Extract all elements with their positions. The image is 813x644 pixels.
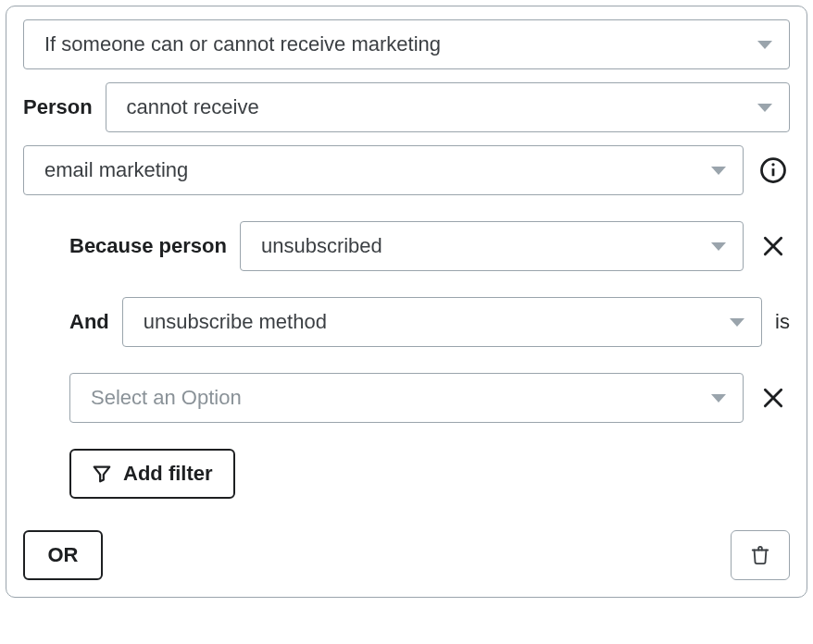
delete-condition-button[interactable] — [731, 530, 790, 580]
trash-icon — [750, 544, 770, 566]
channel-row: email marketing — [23, 145, 790, 195]
svg-point-2 — [771, 163, 774, 166]
reason-row: Because person unsubscribed — [69, 221, 790, 271]
because-person-label: Because person — [69, 234, 227, 258]
reason-value: unsubscribed — [261, 234, 382, 258]
or-button[interactable]: OR — [23, 530, 103, 580]
remove-option-button[interactable] — [757, 381, 790, 415]
receive-ability-value: cannot receive — [127, 95, 259, 119]
and-label: And — [69, 310, 109, 334]
segment-condition-panel: If someone can or cannot receive marketi… — [6, 6, 807, 598]
chevron-down-icon — [711, 242, 726, 251]
add-filter-button[interactable]: Add filter — [69, 449, 235, 499]
method-select[interactable]: unsubscribe method — [122, 297, 762, 347]
condition-footer: OR — [23, 530, 790, 580]
person-row: Person cannot receive — [23, 82, 790, 132]
is-label: is — [775, 310, 790, 334]
chevron-down-icon — [757, 104, 772, 112]
or-label: OR — [48, 543, 79, 567]
person-label: Person — [23, 95, 93, 119]
remove-reason-button[interactable] — [757, 229, 790, 263]
condition-type-select[interactable]: If someone can or cannot receive marketi… — [23, 19, 790, 69]
reason-select[interactable]: unsubscribed — [240, 221, 744, 271]
method-row: And unsubscribe method is — [69, 297, 790, 347]
condition-type-row: If someone can or cannot receive marketi… — [23, 19, 790, 69]
option-placeholder: Select an Option — [91, 386, 242, 410]
option-row: Select an Option — [69, 373, 790, 423]
add-filter-row: Add filter — [69, 449, 790, 499]
option-select[interactable]: Select an Option — [69, 373, 744, 423]
channel-select[interactable]: email marketing — [23, 145, 744, 195]
filter-icon — [92, 464, 112, 484]
channel-value: email marketing — [44, 158, 188, 182]
info-icon[interactable] — [757, 154, 790, 187]
receive-ability-select[interactable]: cannot receive — [106, 82, 790, 132]
chevron-down-icon — [711, 167, 726, 175]
sub-conditions: Because person unsubscribed And unsubscr… — [23, 221, 790, 499]
add-filter-label: Add filter — [123, 462, 213, 486]
chevron-down-icon — [730, 318, 744, 327]
condition-type-value: If someone can or cannot receive marketi… — [44, 32, 441, 56]
chevron-down-icon — [757, 41, 772, 49]
chevron-down-icon — [711, 394, 726, 402]
method-value: unsubscribe method — [144, 310, 327, 334]
